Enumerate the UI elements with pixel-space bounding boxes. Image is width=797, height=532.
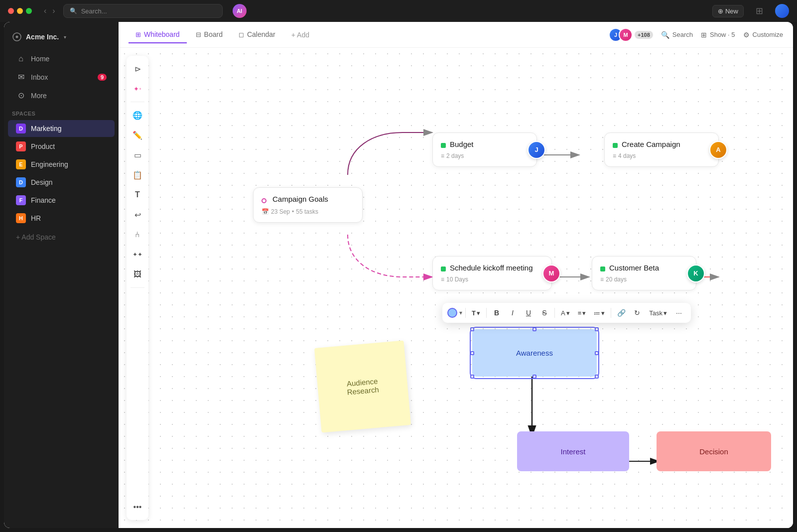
customer-beta-days: ≡ 20 days: [600, 276, 688, 283]
minimize-dot[interactable]: [17, 8, 23, 14]
strikethrough-button[interactable]: S: [537, 306, 551, 320]
handle-bm[interactable]: [532, 375, 536, 379]
grid-icon[interactable]: ⊞: [756, 5, 763, 16]
awareness-box[interactable]: Awareness: [472, 329, 597, 377]
collaborator-avatars: J M +108: [609, 28, 653, 42]
status-dot: [441, 266, 446, 271]
bold-button[interactable]: B: [490, 306, 504, 320]
cursor-tool[interactable]: ⊳: [129, 60, 146, 78]
close-dot[interactable]: [8, 8, 14, 14]
sidebar-item-hr[interactable]: H HR: [8, 210, 115, 227]
whiteboard-canvas[interactable]: ⊳ ✦+ 🌐 ✏️ ▭ 📋 T ↩ ⑃ ✦✦ 🖼 •••: [119, 48, 793, 528]
handle-bl[interactable]: [470, 375, 474, 379]
budget-card[interactable]: Budget ≡ 2 days J: [432, 133, 537, 167]
chevron-down-icon: ▾: [64, 34, 66, 40]
tasks-count: 55 tasks: [296, 208, 318, 215]
mindmap-tool[interactable]: ⑃: [129, 226, 146, 244]
add-space-button[interactable]: + Add Space: [8, 229, 115, 245]
magic-tool[interactable]: ✦+: [129, 80, 146, 98]
product-icon: P: [16, 141, 26, 151]
main-layout: Acme Inc. ▾ ⌂ Home ✉ Inbox 9 ⊙ More Spac…: [4, 22, 793, 528]
tab-calendar[interactable]: ◻ Calendar: [232, 26, 282, 43]
design-icon: D: [16, 177, 26, 187]
sidebar-item-home[interactable]: ⌂ Home: [8, 50, 115, 67]
global-search[interactable]: 🔍 Search...: [63, 4, 223, 18]
text-tool[interactable]: T: [129, 186, 146, 204]
engineering-icon: E: [16, 159, 26, 169]
budget-days: ≡ 2 days: [441, 152, 529, 159]
audience-research-sticky[interactable]: Audience Research: [314, 340, 411, 432]
list-icon: ≡: [613, 152, 616, 159]
interest-box[interactable]: Interest: [517, 431, 629, 471]
campaign-goals-title: Campaign Goals: [272, 195, 328, 203]
avatar-2: M: [619, 28, 633, 42]
show-button[interactable]: ⊞ Show · 5: [701, 31, 735, 39]
undo-tool[interactable]: ↩: [129, 206, 146, 224]
schedule-kickoff-card[interactable]: Schedule kickoff meeting ≡ 10 Days M: [432, 256, 552, 290]
customize-button[interactable]: ⚙ Customize: [743, 31, 783, 39]
task-button[interactable]: Task ▾: [646, 307, 670, 319]
ai-button[interactable]: AI: [233, 4, 247, 18]
finance-icon: F: [16, 195, 26, 205]
note-tool[interactable]: 📋: [129, 166, 146, 184]
pen-tool[interactable]: ✏️: [129, 126, 146, 144]
sidebar-item-product[interactable]: P Product: [8, 138, 115, 155]
globe-tool[interactable]: 🌐: [129, 106, 146, 124]
tab-board[interactable]: ⊟ Board: [189, 26, 230, 43]
customer-beta-title: Customer Beta: [609, 264, 659, 272]
content-area: ⊞ Whiteboard ⊟ Board ◻ Calendar + Add J: [119, 22, 793, 528]
whiteboard-tab-icon: ⊞: [135, 31, 141, 38]
more-tools[interactable]: •••: [129, 498, 146, 516]
link-button[interactable]: 🔗: [614, 306, 628, 320]
sidebar-item-finance[interactable]: F Finance: [8, 192, 115, 209]
handle-tl[interactable]: [470, 327, 474, 331]
image-tool[interactable]: 🖼: [129, 266, 146, 283]
sidebar-item-inbox[interactable]: ✉ Inbox 9: [8, 68, 115, 86]
sidebar-item-marketing[interactable]: D Marketing: [8, 120, 115, 137]
budget-title: Budget: [450, 140, 474, 148]
search-button[interactable]: 🔍 Search: [661, 31, 693, 39]
font-button[interactable]: A ▾: [558, 307, 573, 319]
italic-button[interactable]: I: [506, 306, 520, 320]
list-icon: ≡: [600, 276, 604, 283]
more-format-button[interactable]: ···: [672, 306, 686, 320]
decision-box[interactable]: Decision: [657, 431, 771, 471]
create-campaign-card[interactable]: Create Campaign ≡ 4 days A: [604, 133, 719, 167]
handle-br[interactable]: [595, 375, 599, 379]
align-button[interactable]: ≡ ▾: [575, 307, 589, 319]
user-avatar[interactable]: [775, 4, 789, 18]
underline-button[interactable]: U: [522, 306, 535, 320]
customer-beta-card[interactable]: Customer Beta ≡ 20 days K: [592, 256, 696, 290]
canvas-area: Campaign Goals 📅 23 Sep • 55 tasks Budge…: [153, 48, 793, 528]
decision-label: Decision: [699, 447, 728, 456]
budget-avatar: J: [528, 141, 545, 159]
create-campaign-avatar: A: [709, 141, 727, 159]
sidebar-item-more[interactable]: ⊙ More: [8, 87, 115, 104]
ai-tool[interactable]: ✦✦: [129, 246, 146, 264]
shape-tool[interactable]: ▭: [129, 146, 146, 164]
list-button[interactable]: ≔ ▾: [591, 307, 608, 319]
forward-arrow[interactable]: ›: [50, 5, 57, 16]
handle-tm[interactable]: [532, 327, 536, 331]
back-arrow[interactable]: ‹: [42, 5, 48, 16]
handle-ml[interactable]: [470, 351, 474, 355]
toolbar-divider: [131, 102, 144, 102]
status-dot: [600, 266, 605, 271]
sidebar-item-engineering[interactable]: E Engineering: [8, 156, 115, 173]
color-picker-button[interactable]: [447, 308, 457, 318]
handle-mr[interactable]: [595, 351, 599, 355]
maximize-dot[interactable]: [26, 8, 32, 14]
awareness-label: Awareness: [516, 349, 553, 357]
text-size-button[interactable]: T ▾: [469, 307, 483, 319]
tab-whiteboard[interactable]: ⊞ Whiteboard: [129, 26, 187, 43]
app-logo: [12, 32, 22, 42]
handle-tr[interactable]: [595, 327, 599, 331]
customer-beta-avatar: K: [687, 265, 705, 282]
new-button[interactable]: ⊕ New: [712, 5, 744, 17]
sidebar-item-design[interactable]: D Design: [8, 174, 115, 191]
add-view-button[interactable]: + Add: [284, 27, 316, 43]
calendar-tab-icon: ◻: [239, 31, 244, 38]
inbox-badge: 9: [98, 74, 107, 81]
campaign-goals-card[interactable]: Campaign Goals 📅 23 Sep • 55 tasks: [253, 187, 363, 223]
color-chevron[interactable]: ▾: [459, 309, 462, 316]
